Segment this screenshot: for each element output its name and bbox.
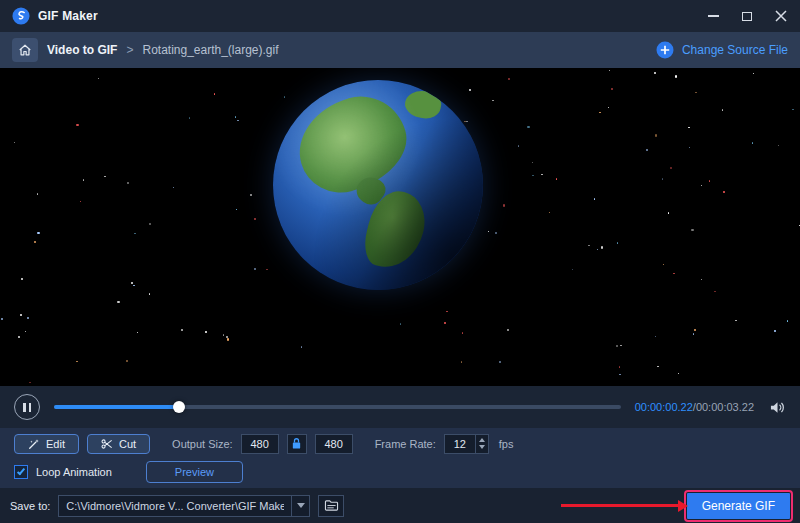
cut-button[interactable]: Cut xyxy=(87,434,150,454)
change-source-button[interactable]: Change Source File xyxy=(656,41,788,59)
seek-slider[interactable] xyxy=(54,405,621,409)
close-icon xyxy=(775,10,787,22)
footer-bar: Save to: Generate GIF xyxy=(0,488,800,523)
generate-gif-button[interactable]: Generate GIF xyxy=(687,493,790,519)
annotation-arrow xyxy=(561,504,679,507)
loop-animation-label: Loop Animation xyxy=(36,466,112,478)
window-title: GIF Maker xyxy=(38,9,98,23)
checkmark-icon xyxy=(17,466,25,475)
breadcrumb: Video to GIF > Rotating_earth_(large).gi… xyxy=(0,32,800,68)
player-controls: 00:00:00.22/00:00:03.22 xyxy=(0,386,800,428)
chevron-down-icon xyxy=(297,503,305,508)
earth-frame xyxy=(273,80,483,290)
breadcrumb-separator: > xyxy=(126,43,133,57)
fps-label: fps xyxy=(499,438,514,450)
open-folder-button[interactable] xyxy=(318,495,344,517)
output-height-input[interactable] xyxy=(315,434,353,454)
volume-button[interactable] xyxy=(768,398,786,416)
time-display: 00:00:00.22/00:00:03.22 xyxy=(635,401,754,413)
spinner-up-icon[interactable] xyxy=(479,438,485,442)
titlebar: GIF Maker xyxy=(0,0,800,32)
cut-label: Cut xyxy=(119,438,136,450)
breadcrumb-filename: Rotating_earth_(large).gif xyxy=(142,43,278,57)
lock-icon xyxy=(291,437,302,450)
breadcrumb-section[interactable]: Video to GIF xyxy=(47,43,117,57)
frame-rate-label: Frame Rate: xyxy=(375,438,436,450)
spinner-down-icon[interactable] xyxy=(479,445,485,449)
current-time: 00:00:00.22 xyxy=(635,401,693,413)
slider-fill xyxy=(54,405,179,409)
minimize-icon xyxy=(708,15,719,17)
frame-rate-spinners[interactable] xyxy=(475,435,488,453)
aspect-lock-button[interactable] xyxy=(287,434,307,454)
total-time: /00:00:03.22 xyxy=(693,401,754,413)
plus-icon xyxy=(656,41,674,59)
tools-row: Edit Cut Output Size: Frame Rate: xyxy=(14,434,786,454)
home-icon xyxy=(18,43,32,57)
output-size-label: Output Size: xyxy=(172,438,233,450)
maximize-button[interactable] xyxy=(740,9,754,23)
output-width-input[interactable] xyxy=(241,434,279,454)
loop-animation-checkbox[interactable] xyxy=(14,465,28,479)
home-button[interactable] xyxy=(12,38,38,62)
folder-icon xyxy=(324,499,339,512)
edit-button[interactable]: Edit xyxy=(14,434,79,454)
video-preview xyxy=(0,68,800,386)
earth-shading xyxy=(273,80,483,290)
gif-maker-window: GIF Maker Video to GIF > Rotating_earth_… xyxy=(0,0,800,523)
change-source-label: Change Source File xyxy=(682,43,788,57)
save-path-control xyxy=(58,495,310,517)
preview-button[interactable]: Preview xyxy=(146,461,243,483)
frame-rate-input[interactable] xyxy=(445,435,475,453)
frame-rate-stepper xyxy=(444,434,489,454)
app-logo-icon xyxy=(12,7,30,25)
slider-handle[interactable] xyxy=(173,401,185,413)
close-button[interactable] xyxy=(774,9,788,23)
save-to-label: Save to: xyxy=(10,500,50,512)
edit-label: Edit xyxy=(46,438,65,450)
edit-wand-icon xyxy=(28,438,40,450)
volume-icon xyxy=(769,400,786,415)
window-controls xyxy=(706,9,788,23)
pause-icon xyxy=(23,403,26,412)
options-row: Loop Animation Preview xyxy=(14,461,786,483)
save-path-input[interactable] xyxy=(59,496,291,516)
pause-button[interactable] xyxy=(14,394,40,420)
minimize-button[interactable] xyxy=(706,9,720,23)
scissors-icon xyxy=(101,438,113,450)
save-path-dropdown[interactable] xyxy=(291,496,309,516)
maximize-icon xyxy=(742,12,752,21)
generate-zone: Generate GIF xyxy=(561,493,790,519)
settings-panel: Edit Cut Output Size: Frame Rate: xyxy=(0,428,800,488)
